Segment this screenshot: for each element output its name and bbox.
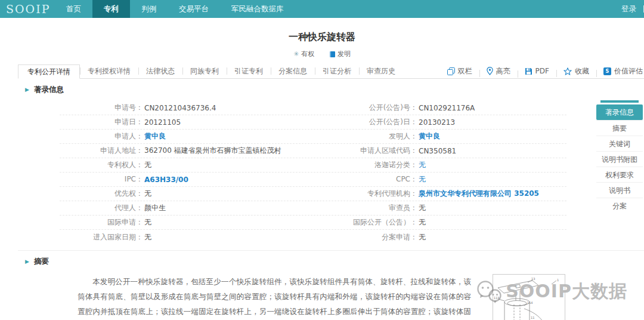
two-column-icon [447,67,455,75]
abstract-section-title: 摘要 [34,257,49,267]
highlight-button[interactable]: 高亮 [479,66,518,76]
anchor-item-description[interactable]: 说明书 [596,182,643,198]
agent-value: 颜中生 [144,203,166,213]
field-row: 进入国家日期：无 分案申请：无 [60,230,566,244]
biblio-section-header: ▶ 著录信息 [18,79,644,100]
national-entry-date-value: 无 [144,232,151,242]
tab-legal-status[interactable]: 法律状态 [138,64,182,78]
applicant-label: 申请人： [60,131,143,141]
examiner-value: 无 [419,203,426,213]
nav-item-trading-platform[interactable]: 交易平台 [168,0,220,18]
invention-icon [330,51,335,57]
locarno-class-value[interactable]: 无 [419,160,426,170]
field-row: 申请日：20121105 公开(公告)日：20130213 [60,115,566,130]
cpc-value[interactable]: 无 [419,174,426,184]
main-content: 一种快乐旋转器 ✳ 有权 发明 专利公开详情 专利授权详情 法律状态 同族专利 … [0,18,644,320]
in-force-icon: ✳ [293,51,299,57]
tab-patent-family[interactable]: 同族专利 [182,64,227,78]
locarno-class-label: 洛迦诺分类： [340,160,417,170]
value-assessment-button[interactable]: S 价值评估 [596,66,644,76]
field-row: 优先权：无 专利代理机构：泉州市文华专利代理有限公司 35205 [60,187,566,201]
priority-value: 无 [144,189,151,199]
anchor-menu: 著录信息 摘要 关键词 说明书附图 权利要求 说明书 分案 [596,100,643,213]
applicant-address-label: 申请人地址： [60,146,143,156]
badge-invention-label: 发明 [338,50,351,59]
abstract-section-header: ▶ 摘要 [18,251,644,272]
divisional-application-value: 无 [419,232,426,242]
tab-examination-history[interactable]: 审查历史 [359,64,403,78]
status-badges: ✳ 有权 发明 [18,50,644,59]
favorite-button[interactable]: 收藏 [556,66,596,76]
patent-figure[interactable]: 13 1 113 114 11 112 111 131 [493,274,565,320]
divisional-application-label: 分案申请： [340,232,417,242]
patent-agency-link[interactable]: 泉州市文华专利代理有限公司 35205 [419,189,539,199]
field-row: 申请号：CN201210436736.4 公开(公告)号：CN102921176… [60,101,566,115]
publication-number-value: CN102921176A [419,104,475,112]
sooip-logo[interactable]: SOOIP [6,2,49,16]
patent-agency-label: 专利代理机构： [340,189,417,199]
highlight-pin-icon [487,67,493,75]
patentee-label: 专利权人： [60,160,143,170]
applicant-region-code-value: CN350581 [419,147,456,155]
biblio-fields: 申请号：CN201210436736.4 公开(公告)号：CN102921176… [60,101,566,244]
anchor-item-keywords[interactable]: 关键词 [596,136,643,151]
tab-citation-analysis[interactable]: 引证分析 [315,64,359,78]
pdf-button[interactable]: PDF [518,67,556,75]
main-nav: 首页 专利 判例 交易平台 军民融合数据库 [55,0,295,18]
applicant-link[interactable]: 黄中良 [144,131,166,141]
international-application-label: 国际申请： [60,217,143,227]
abstract-text: 本发明公开一种快乐旋转器，包括至少一个快乐旋转组件，该快乐旋转组件具有筒体、旋转… [78,274,471,320]
tab-divisional-info[interactable]: 分案信息 [271,64,315,78]
badge-invention: 发明 [330,50,351,59]
international-publication-label: 国际公开（公告）： [340,217,417,227]
field-row: IPC：A63H33/00 CPC：无 [60,173,566,187]
patent-detail-page: SOOIP 首页 专利 判例 交易平台 军民融合数据库 登录 一种快乐旋转器 ✳… [0,0,644,320]
abstract-section: ▶ 摘要 本发明公开一种快乐旋转器，包括至少一个快乐旋转组件，该快乐旋转组件具有… [18,250,644,320]
examiner-label: 审查员： [340,203,417,213]
toolbar: 双栏 高亮 PDF 收藏 S 价值评估 [440,64,644,78]
nav-item-military-civil-db[interactable]: 军民融合数据库 [220,0,295,18]
inventor-link[interactable]: 黄中良 [419,131,440,141]
top-navbar: SOOIP 首页 专利 判例 交易平台 军民融合数据库 登录 [0,0,644,18]
tab-cited-patents[interactable]: 引证专利 [227,64,271,78]
anchor-item-divisional[interactable]: 分案 [596,198,643,213]
nav-item-patent[interactable]: 专利 [92,0,130,18]
international-publication-value: 无 [419,217,426,227]
ipc-label: IPC： [60,174,143,184]
anchor-item-biblio[interactable]: 著录信息 [596,104,643,120]
login-link[interactable]: 登录 [621,4,636,14]
field-row: 专利权人：无 洛迦诺分类：无 [60,158,566,173]
anchor-item-description-figures[interactable]: 说明书附图 [596,151,643,167]
figure-label: 114 [527,301,533,304]
pdf-save-icon [525,67,532,75]
application-number-value: CN201210436736.4 [144,104,216,112]
section-arrow-icon[interactable]: ▶ [25,259,29,264]
nav-item-cases[interactable]: 判例 [130,0,168,18]
abstract-body: 本发明公开一种快乐旋转器，包括至少一个快乐旋转组件，该快乐旋转组件具有筒体、旋转… [60,274,632,320]
figure-label: 1 [557,278,559,282]
tab-bar: 专利公开详情 专利授权详情 法律状态 同族专利 引证专利 分案信息 引证分析 审… [18,64,644,79]
ipc-link[interactable]: A63H33/00 [144,176,188,184]
tab-publication-details[interactable]: 专利公开详情 [18,64,80,79]
applicant-address-value: 362700 福建省泉州市石狮市宝盖镇松茂村 [144,146,281,156]
nav-item-home[interactable]: 首页 [55,0,92,18]
cpc-label: CPC： [340,174,417,184]
anchor-item-abstract[interactable]: 摘要 [596,120,643,136]
figure-label: 13 [531,277,535,281]
tab-grant-details[interactable]: 专利授权详情 [80,64,138,78]
section-arrow-icon[interactable]: ▶ [25,87,29,93]
application-date-label: 申请日： [60,117,143,127]
two-column-button[interactable]: 双栏 [440,66,479,76]
international-application-value: 无 [144,217,151,227]
nav-right: 登录 [621,0,644,18]
priority-label: 优先权： [60,189,143,199]
biblio-section: ▶ 著录信息 申请号：CN201210436736.4 公开(公告)号：CN10… [18,79,644,244]
publication-number-label: 公开(公告)号： [340,103,417,113]
publication-date-label: 公开(公告)日： [340,117,417,127]
value-assessment-icon: S [603,67,611,75]
anchor-item-claims[interactable]: 权利要求 [596,167,643,182]
national-entry-date-label: 进入国家日期： [60,232,143,242]
field-row: 国际申请：无 国际公开（公告）：无 [60,216,566,230]
agent-label: 代理人： [60,203,143,213]
application-date-value: 20121105 [144,118,181,127]
